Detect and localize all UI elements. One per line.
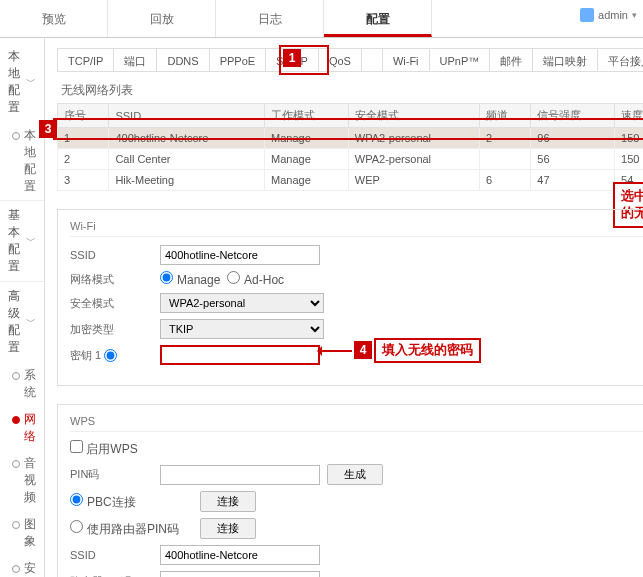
subtab-gap bbox=[362, 49, 383, 71]
col-ssid: SSID bbox=[109, 104, 265, 128]
cell: 3 bbox=[58, 170, 109, 191]
enable-wps[interactable]: 启用WPS bbox=[70, 440, 138, 458]
cell: Hik-Meeting bbox=[109, 170, 265, 191]
key1-radio[interactable] bbox=[104, 349, 117, 362]
cell: 2 bbox=[58, 149, 109, 170]
sidebar-item-network[interactable]: 网络 bbox=[0, 406, 44, 450]
subtab-port[interactable]: 端口 bbox=[114, 49, 157, 71]
router-pin-input[interactable] bbox=[160, 571, 320, 577]
tab-config[interactable]: 配置 bbox=[324, 0, 432, 37]
subtab-platform[interactable]: 平台接入 bbox=[598, 49, 643, 71]
encryption-select[interactable]: TKIP bbox=[160, 319, 324, 339]
wifi-fieldset: Wi-Fi SSID 网络模式 Manage Ad-Hoc 安全模式 WPA2-… bbox=[57, 209, 643, 386]
security-label: 安全模式 bbox=[70, 296, 160, 311]
col-channel: 频道 bbox=[479, 104, 530, 128]
subtab-ddns[interactable]: DDNS bbox=[157, 49, 209, 71]
table-row[interactable]: 3 Hik-Meeting Manage WEP 6 47 54 bbox=[58, 170, 644, 191]
mode-manage-option[interactable]: Manage bbox=[160, 271, 220, 287]
wireless-table: 序号 SSID 工作模式 安全模式 频道 信号强度 速度 (Mbps) 1 40… bbox=[57, 103, 643, 191]
wps-fieldset: WPS 启用WPS PIN码 生成 PBC连接 连接 使用路由器PIN码 连接 … bbox=[57, 404, 643, 577]
username: admin bbox=[598, 9, 628, 21]
cell: WPA2-personal bbox=[348, 128, 479, 149]
chevron-down-icon: ﹀ bbox=[26, 234, 36, 248]
chevron-down-icon: ▾ bbox=[632, 10, 637, 20]
col-security: 安全模式 bbox=[348, 104, 479, 128]
tab-preview[interactable]: 预览 bbox=[0, 0, 108, 37]
wps-title: WPS bbox=[70, 415, 643, 432]
annotation-arrow-4 bbox=[320, 350, 352, 352]
cell: WPA2-personal bbox=[348, 149, 479, 170]
sidebar-group-label: 基本配置 bbox=[8, 207, 26, 275]
wps-ssid-input[interactable] bbox=[160, 545, 320, 565]
subtab-wifi[interactable]: Wi-Fi bbox=[383, 49, 430, 71]
tab-playback[interactable]: 回放 bbox=[108, 0, 216, 37]
cell bbox=[479, 149, 530, 170]
col-signal: 信号强度 bbox=[531, 104, 615, 128]
table-row[interactable]: 2 Call Center Manage WPA2-personal 56 15… bbox=[58, 149, 644, 170]
sidebar-group-label: 高级配置 bbox=[8, 288, 26, 356]
col-index: 序号 bbox=[58, 104, 109, 128]
generate-button[interactable]: 生成 bbox=[327, 464, 383, 485]
chevron-down-icon: ﹀ bbox=[26, 75, 36, 89]
subtab-bar: TCP/IP 端口 DDNS PPPoE SNMP QoS Wi-Fi UPnP… bbox=[57, 48, 643, 72]
tab-log[interactable]: 日志 bbox=[216, 0, 324, 37]
cell: Manage bbox=[265, 170, 349, 191]
cell: WEP bbox=[348, 170, 479, 191]
col-speed: 速度 (Mbps) bbox=[615, 104, 643, 128]
top-nav: 预览 回放 日志 配置 admin ▾ bbox=[0, 0, 643, 38]
sidebar: 本地配置 ﹀ 本地配置 基本配置 ﹀ 高级配置 ﹀ 系统 网络 音视频 图象 安… bbox=[0, 38, 45, 577]
user-area[interactable]: admin ▾ bbox=[580, 8, 637, 22]
subtab-pppoe[interactable]: PPPoE bbox=[210, 49, 266, 71]
router-pin-label: 路由器PIN码 bbox=[70, 574, 160, 578]
cell: 2 bbox=[479, 128, 530, 149]
sidebar-item-security[interactable]: 安全 bbox=[0, 555, 44, 577]
cell: 150 bbox=[615, 128, 643, 149]
sidebar-item-local-config[interactable]: 本地配置 bbox=[0, 122, 44, 200]
cell: 96 bbox=[531, 128, 615, 149]
cell: Call Center bbox=[109, 149, 265, 170]
table-row[interactable]: 1 400hotline-Netcore Manage WPA2-persona… bbox=[58, 128, 644, 149]
security-select[interactable]: WPA2-personal bbox=[160, 293, 324, 313]
mode-label: 网络模式 bbox=[70, 272, 160, 287]
wps-ssid-label: SSID bbox=[70, 549, 160, 561]
sidebar-group-local[interactable]: 本地配置 ﹀ bbox=[0, 42, 44, 122]
cell: 56 bbox=[531, 149, 615, 170]
sidebar-group-basic[interactable]: 基本配置 ﹀ bbox=[0, 201, 44, 281]
sidebar-group-advanced[interactable]: 高级配置 ﹀ bbox=[0, 282, 44, 362]
col-mode: 工作模式 bbox=[265, 104, 349, 128]
subtab-upnp[interactable]: UPnP™ bbox=[430, 49, 491, 71]
mode-adhoc-option[interactable]: Ad-Hoc bbox=[227, 271, 284, 287]
encryption-label: 加密类型 bbox=[70, 322, 160, 337]
avatar-icon bbox=[580, 8, 594, 22]
key-label: 密钥 1 bbox=[70, 348, 160, 363]
cell: 6 bbox=[479, 170, 530, 191]
sidebar-item-system[interactable]: 系统 bbox=[0, 362, 44, 406]
sidebar-item-image[interactable]: 图象 bbox=[0, 511, 44, 555]
connect-button-2[interactable]: 连接 bbox=[200, 518, 256, 539]
main-panel: TCP/IP 端口 DDNS PPPoE SNMP QoS Wi-Fi UPnP… bbox=[45, 38, 643, 577]
ssid-label: SSID bbox=[70, 249, 160, 261]
subtab-portmap[interactable]: 端口映射 bbox=[533, 49, 598, 71]
pin-input[interactable] bbox=[160, 465, 320, 485]
annotation-callout-password: 填入无线的密码 bbox=[374, 338, 481, 363]
cell: 47 bbox=[531, 170, 615, 191]
cell: 400hotline-Netcore bbox=[109, 128, 265, 149]
subtab-mail[interactable]: 邮件 bbox=[490, 49, 533, 71]
ssid-input[interactable] bbox=[160, 245, 320, 265]
subtab-snmp[interactable]: SNMP bbox=[266, 49, 319, 71]
sidebar-group-label: 本地配置 bbox=[8, 48, 26, 116]
cell: 150 bbox=[615, 149, 643, 170]
cell: Manage bbox=[265, 149, 349, 170]
subtab-tcpip[interactable]: TCP/IP bbox=[58, 49, 114, 71]
wifi-title: Wi-Fi bbox=[70, 220, 643, 237]
pbc-option[interactable]: PBC连接 bbox=[70, 493, 200, 511]
pin-label: PIN码 bbox=[70, 467, 160, 482]
cell: Manage bbox=[265, 128, 349, 149]
key-input[interactable] bbox=[160, 345, 320, 365]
cell: 1 bbox=[58, 128, 109, 149]
connect-button[interactable]: 连接 bbox=[200, 491, 256, 512]
subtab-qos[interactable]: QoS bbox=[319, 49, 362, 71]
sidebar-item-av[interactable]: 音视频 bbox=[0, 450, 44, 511]
router-pin-option[interactable]: 使用路由器PIN码 bbox=[70, 520, 200, 538]
chevron-down-icon: ﹀ bbox=[26, 315, 36, 329]
